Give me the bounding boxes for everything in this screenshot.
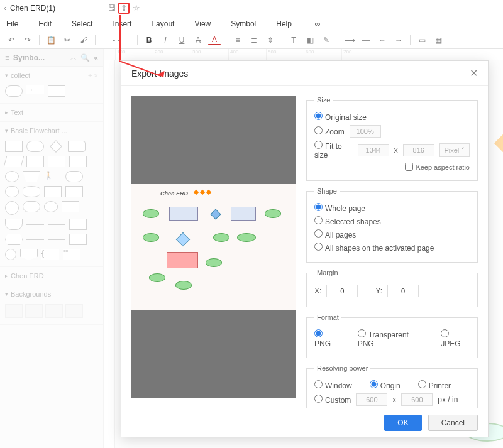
margin-legend: Margin [314, 269, 341, 276]
radio-fit[interactable] [314, 141, 323, 149]
size-zoom[interactable]: Zoom [314, 126, 345, 136]
margin-x-input[interactable] [326, 285, 358, 297]
menu-symbol[interactable]: Symbol [231, 19, 256, 28]
p-el8 [206, 258, 222, 267]
shape-whole[interactable]: Whole page [314, 203, 365, 213]
menu-help[interactable]: Help [276, 19, 292, 28]
format-tpng[interactable]: Transparent PNG [358, 329, 424, 348]
brush-icon[interactable]: 🖌 [77, 34, 90, 46]
dialog-footer: OK Cancel [121, 408, 488, 437]
radio-custom[interactable] [314, 395, 323, 403]
arrowstart-icon[interactable]: ← [376, 34, 389, 46]
resolve-legend: Resolving power [314, 364, 370, 372]
bold-icon[interactable]: B [143, 34, 155, 46]
undo-icon[interactable]: ↶ [5, 34, 18, 46]
menu-view[interactable]: View [194, 19, 211, 28]
align-left-icon[interactable]: ≡ [231, 34, 244, 46]
dialog-body: Chen ERD Size Original size [121, 86, 488, 408]
favorite-icon[interactable]: ☆ [131, 3, 142, 14]
underline-icon[interactable]: U [175, 34, 188, 46]
fit-height[interactable] [403, 144, 434, 156]
p-rd [167, 252, 198, 268]
res-unit: px / in [438, 395, 458, 404]
radio-activated[interactable] [314, 243, 323, 251]
p-rc1 [169, 207, 198, 221]
shape-selected[interactable]: Selected shapes [314, 216, 381, 226]
fill-icon[interactable]: ◧ [304, 34, 316, 46]
res-x: x [392, 395, 396, 404]
fit-width[interactable] [358, 144, 389, 156]
arrowend-icon[interactable]: → [392, 34, 405, 46]
menubar: File Edit Select Insert Layout View Symb… [0, 16, 503, 31]
ok-button[interactable]: OK [384, 415, 421, 431]
fit-unit-select[interactable]: Pixel ˅ [439, 143, 470, 157]
preview-title: Chen ERD [160, 190, 188, 197]
shape-activated[interactable]: All shapes on the activated page [314, 243, 434, 253]
keep-ratio-checkbox[interactable] [405, 163, 413, 171]
res-w-input[interactable] [356, 393, 387, 406]
margin-x-label: X: [314, 287, 321, 295]
menu-select[interactable]: Select [72, 19, 92, 28]
radio-selected[interactable] [314, 216, 323, 224]
menu-file[interactable]: File [6, 19, 18, 28]
paste-icon[interactable]: 📋 [45, 34, 57, 46]
font-select[interactable]: - - [101, 34, 132, 46]
insert-icon[interactable]: ▦ [432, 34, 445, 46]
radio-zoom[interactable] [314, 126, 323, 134]
separator [282, 35, 282, 45]
dialog-header: Export Images ✕ [121, 61, 488, 86]
shape-all[interactable]: All pages [314, 229, 356, 239]
format-jpeg[interactable]: JPEG [441, 329, 470, 348]
radio-window[interactable] [314, 380, 323, 388]
align-center-icon[interactable]: ≣ [248, 34, 260, 46]
p-di2 [176, 232, 191, 247]
textbox-icon[interactable]: T [287, 34, 300, 46]
radio-whole[interactable] [314, 203, 323, 211]
connector-icon[interactable]: ⟶ [343, 34, 356, 46]
menu-layout[interactable]: Layout [152, 19, 174, 28]
export-dialog: Export Images ✕ Chen ERD [121, 60, 489, 437]
infinity-icon[interactable]: ∞ [312, 18, 323, 30]
res-window[interactable]: Window [314, 380, 352, 390]
document-title: Chen ERD(1) [10, 4, 55, 13]
zoom-input[interactable] [350, 125, 381, 138]
menu-edit[interactable]: Edit [38, 19, 52, 28]
cut-icon[interactable]: ✂ [61, 34, 74, 46]
fontcolor-icon[interactable]: A [208, 35, 221, 45]
redo-icon[interactable]: ↷ [21, 34, 34, 46]
linestyle-icon[interactable]: — [360, 34, 372, 46]
res-custom[interactable]: Custom [314, 395, 351, 405]
res-printer[interactable]: Printer [418, 380, 451, 390]
lineheight-icon[interactable]: ⇕ [264, 34, 277, 46]
radio-png[interactable] [314, 329, 323, 337]
size-original[interactable]: Original size [314, 112, 367, 122]
margin-y-input[interactable] [387, 285, 419, 297]
annotation-arrow [119, 15, 121, 60]
p-el3 [143, 233, 159, 242]
radio-original[interactable] [314, 112, 323, 120]
export-icon[interactable]: ⇪ [118, 3, 130, 14]
shape-icon[interactable]: ▭ [416, 34, 428, 46]
titlebar: ‹ Chen ERD(1) 🖫 ⇪ ☆ [0, 0, 503, 16]
res-h-input[interactable] [401, 393, 433, 406]
italic-icon[interactable]: I [159, 34, 172, 46]
close-icon[interactable]: ✕ [470, 67, 478, 79]
radio-printer[interactable] [418, 380, 426, 388]
format-png[interactable]: PNG [314, 329, 340, 348]
res-origin[interactable]: Origin [370, 380, 401, 390]
margin-group: Margin X: Y: [306, 269, 478, 307]
radio-tpng[interactable] [358, 329, 366, 337]
menu-insert[interactable]: Insert [113, 19, 131, 28]
p-di1 [211, 209, 221, 220]
radio-jpeg[interactable] [441, 329, 449, 337]
preview-dots [194, 190, 211, 194]
pen-icon[interactable]: ✎ [320, 34, 333, 46]
back-button[interactable]: ‹ [4, 4, 6, 13]
save-icon[interactable]: 🖫 [106, 3, 117, 14]
strike-icon[interactable]: A [192, 34, 204, 46]
size-fit[interactable]: Fit to size [314, 141, 353, 160]
cancel-button[interactable]: Cancel [428, 415, 478, 431]
radio-origin[interactable] [370, 380, 378, 388]
format-group: Format PNG Transparent PNG JPEG [306, 314, 478, 358]
radio-allpages[interactable] [314, 229, 323, 238]
